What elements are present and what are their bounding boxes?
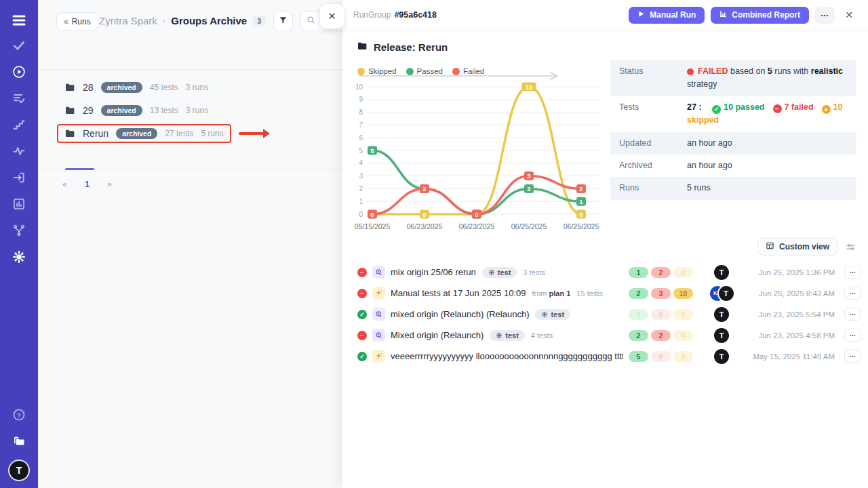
list-panel-header: « Runs Zyntra Spark › Groups Archive 3 — [38, 0, 342, 70]
sidebar-item-tests[interactable] — [0, 33, 38, 60]
info-row: Tests27 : 10 passed7 failed10 skipped — [610, 96, 856, 132]
legend-item-skipped[interactable]: Skipped — [357, 67, 397, 75]
svg-text:9: 9 — [359, 96, 363, 103]
fail-count-badge: 0 — [651, 309, 671, 320]
run-tests-count: 3 tests — [523, 268, 545, 277]
projects-icon[interactable] — [0, 428, 38, 454]
annotation-arrow-icon — [239, 129, 270, 138]
svg-text:7: 7 — [359, 121, 363, 129]
svg-text:2: 2 — [527, 185, 530, 192]
bar-chart-icon — [12, 197, 26, 213]
svg-text:0: 0 — [475, 211, 478, 218]
sidebar-item-settings[interactable] — [0, 245, 38, 271]
svg-text:06/25/2025: 06/25/2025 — [511, 222, 547, 230]
group-row[interactable]: Rerun archived 27 tests 5 runs — [57, 124, 231, 143]
groups-archive-panel: « Runs Zyntra Spark › Groups Archive 3 2… — [38, 0, 342, 488]
sidebar-item-test-plans[interactable] — [0, 86, 38, 113]
pagination-page-1-button[interactable]: 1 — [81, 178, 94, 190]
folder-icon — [64, 128, 75, 139]
run-type-icon — [372, 329, 385, 342]
sidebar-item-analytics[interactable] — [0, 192, 38, 218]
chevrons-left-icon: « — [64, 17, 68, 26]
skip-count-badge: 0 — [673, 267, 693, 278]
pagination-next-button[interactable]: » — [103, 178, 116, 190]
legend-dot — [452, 68, 460, 75]
menu-icon[interactable] — [0, 7, 38, 33]
avatar: T — [714, 328, 729, 343]
combined-report-label: Combined Report — [732, 10, 800, 20]
box-arrow-in-icon — [12, 171, 26, 186]
fail-count-badge: 2 — [651, 267, 671, 278]
detail-close-button[interactable] — [841, 9, 857, 20]
run-more-button[interactable] — [844, 308, 861, 321]
svg-text:2: 2 — [359, 185, 363, 192]
group-runs-count: 3 runs — [186, 83, 208, 92]
run-more-button[interactable] — [844, 266, 861, 279]
skip-count-badge: 0 — [673, 309, 693, 320]
run-type-icon — [372, 350, 385, 363]
rungroup-title: Release: Rerun — [357, 41, 448, 54]
sidebar-item-runs[interactable] — [0, 60, 38, 86]
list-toolbar: Custom view — [757, 238, 856, 256]
more-actions-button[interactable] — [815, 7, 835, 24]
breadcrumb-project[interactable]: Zyntra Spark — [99, 15, 157, 26]
svg-text:3: 3 — [527, 172, 530, 180]
report-chart-icon — [719, 10, 727, 20]
run-row[interactable]: Manual tests at 17 Jun 2025 10:09 from p… — [353, 283, 861, 304]
user-avatar[interactable]: T — [9, 461, 28, 480]
info-label: Runs — [619, 182, 687, 195]
pass-icon — [712, 105, 721, 114]
check-icon — [12, 39, 26, 54]
back-to-runs-button[interactable]: « Runs — [56, 12, 98, 30]
back-button-label: Runs — [72, 17, 91, 26]
rungroup-id: #95a6c418 — [394, 10, 437, 20]
group-runs-count: 3 runs — [186, 106, 208, 115]
help-icon[interactable]: ? — [0, 401, 38, 428]
chevron-right-icon: › — [163, 16, 165, 26]
group-row[interactable]: 28 archived 45 tests 3 runs — [57, 78, 216, 97]
run-row[interactable]: mix origin 25/06 rerun test 3 tests 120 … — [353, 262, 861, 283]
run-avatars: T — [701, 349, 743, 364]
run-date: Jun 23, 2025 5:54 PM — [748, 310, 835, 319]
manual-run-button[interactable]: Manual Run — [629, 7, 705, 24]
rungroup-title-text: Release: Rerun — [374, 41, 448, 53]
avatar: T — [719, 286, 734, 301]
custom-view-label: Custom view — [779, 242, 829, 251]
fail-icon — [773, 104, 782, 113]
filter-button[interactable] — [273, 11, 293, 31]
sidebar-item-branches[interactable] — [0, 218, 38, 245]
svg-text:2: 2 — [422, 185, 426, 192]
combined-report-button[interactable]: Combined Report — [711, 7, 809, 24]
svg-text:10: 10 — [355, 83, 363, 91]
chart-plot-area: 01234567891005/15/202506/23/202506/23/20… — [348, 79, 611, 239]
run-name: mixed origin (Relaunch) (Relaunch) — [391, 309, 529, 319]
svg-text:3: 3 — [359, 172, 363, 180]
run-row[interactable]: veeeerrrrryyyyyyyyyy llooooooooooonnnnng… — [353, 346, 861, 367]
panel-close-button[interactable] — [320, 4, 344, 28]
run-status-icon — [357, 289, 367, 298]
custom-view-button[interactable]: Custom view — [757, 238, 837, 256]
group-row[interactable]: 29 archived 13 tests 3 runs — [57, 101, 216, 120]
svg-text:1: 1 — [359, 198, 363, 205]
run-more-button[interactable] — [844, 329, 861, 342]
pagination-prev-button[interactable]: « — [58, 178, 71, 190]
sliders-icon[interactable] — [846, 242, 856, 252]
info-value: an hour ago — [687, 137, 847, 150]
avatar: T — [714, 307, 729, 322]
pass-count-badge: 2 — [629, 330, 648, 341]
run-name: Manual tests at 17 Jun 2025 10:09 — [391, 288, 526, 298]
runs-list: mix origin 25/06 rerun test 3 tests 120 … — [353, 262, 861, 367]
legend-item-passed[interactable]: Passed — [406, 67, 443, 75]
legend-item-failed[interactable]: Failed — [452, 67, 484, 75]
run-more-button[interactable] — [844, 350, 861, 363]
sidebar-item-milestones[interactable] — [0, 113, 38, 139]
run-name: Mixed origin (Relaunch) — [391, 330, 484, 340]
sidebar-item-import[interactable] — [0, 165, 38, 192]
run-type-icon — [372, 266, 385, 279]
run-row[interactable]: Mixed origin (Relaunch) test 4 tests 220… — [353, 325, 861, 346]
info-label: Archived — [619, 159, 687, 172]
sidebar-item-pulse[interactable] — [0, 139, 38, 165]
run-row[interactable]: mixed origin (Relaunch) (Relaunch) test … — [353, 304, 861, 325]
run-more-button[interactable] — [844, 287, 861, 300]
fail-count-badge: 0 — [651, 351, 671, 362]
